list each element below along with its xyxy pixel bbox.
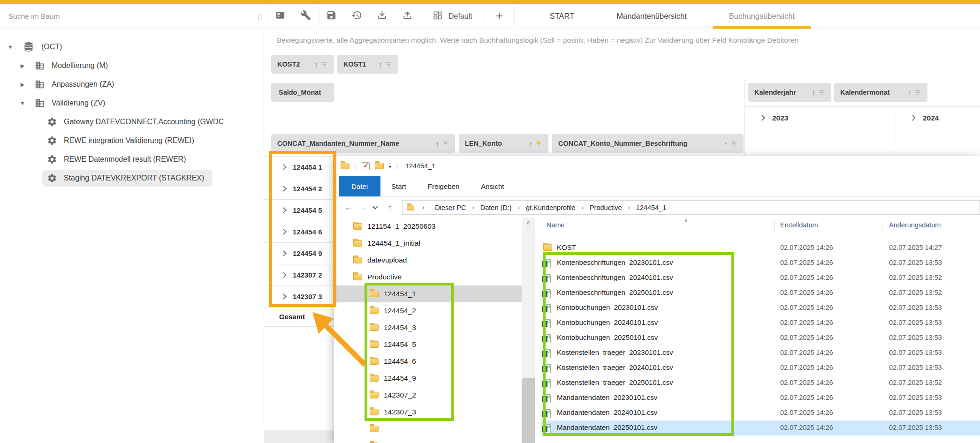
folder-tree-item[interactable]: 124454_1_initial [334,235,522,252]
filter-icon[interactable] [730,141,737,147]
recent-locations-chevron-icon[interactable] [372,204,378,209]
tree-item[interactable]: Staging DATEVKREXPORT (STAGKREX) [0,169,264,188]
breadcrumb-item[interactable]: Daten (D:) › [478,204,523,211]
breadcrumb-item[interactable]: 124454_1 › [633,204,669,211]
breadcrumb-item[interactable]: Dieser PC › [432,204,477,211]
pivot-field-chip[interactable]: KOST2 ↑ [271,55,334,74]
expand-chevron-icon[interactable] [759,115,765,121]
column-header-created[interactable]: Erstelldatum [780,221,818,229]
folder-tree-item[interactable]: 142307_3 [334,404,522,420]
upload-button[interactable] [395,4,420,29]
history-button[interactable] [344,4,369,29]
file-row[interactable]: Mandantendaten_20240101.csv 02.07.2025 1… [541,405,980,420]
reading-pane-button[interactable] [267,4,293,29]
expand-chevron-icon[interactable] [281,164,287,170]
tree-item[interactable]: Validierung (ZV) [0,94,264,113]
file-row[interactable]: Kostenstellen_traeger_20250101.csv 02.07… [541,375,980,390]
tree-item[interactable]: Anpassungen (ZA) [0,75,264,94]
year-column-cell[interactable]: 2023 [744,107,895,145]
expand-chevron-icon[interactable] [281,207,287,213]
filter-icon[interactable] [818,90,825,96]
folder-tree-item[interactable] [334,420,522,437]
breadcrumb-item[interactable]: gt.Kundenprofile › [523,204,587,211]
view-tab[interactable]: Mandantenübersicht [595,4,708,29]
folder-tree-item[interactable]: datevupload [334,252,522,269]
tree-item[interactable]: Gateway DATEVCONNECT.Accounting (GWDC [0,113,264,131]
view-tab[interactable]: Buchungsübersicht [708,4,816,29]
sort-ascending-icon[interactable]: ↑ [724,140,728,148]
tree-item[interactable]: (OCT) [0,38,264,56]
pivot-field-chip[interactable]: Kalendermonat ↑ [834,83,927,102]
settings-wrench-button[interactable] [293,4,318,29]
view-tab[interactable]: START [529,4,596,29]
sort-ascending-icon[interactable]: ↑ [812,89,816,97]
filter-icon[interactable] [914,90,921,96]
search-input[interactable] [8,12,253,21]
caret-icon[interactable] [7,44,14,50]
file-row[interactable]: Kontobuchungen_20250101.csv 02.07.2025 1… [541,330,980,345]
forward-arrow-icon[interactable]: → [356,203,371,213]
filter-icon[interactable] [321,61,328,68]
folder-tree-item[interactable]: 124454_9 [334,370,522,387]
file-row[interactable]: Mandantendaten_20230101.csv 02.07.2025 1… [541,390,980,405]
up-arrow-icon[interactable]: ↑ [383,203,397,213]
folder-tree-item[interactable]: Productive [334,269,522,285]
scrollbar-thumb[interactable] [522,378,535,443]
file-row[interactable]: Mandantendaten_20250101.csv 02.07.2025 1… [541,420,980,435]
file-row[interactable]: Kontobuchungen_20240101.csv 02.07.2025 1… [541,315,980,330]
expand-chevron-icon[interactable] [281,250,287,256]
layout-selector[interactable]: Default [420,4,485,29]
expand-chevron-icon[interactable] [910,115,916,121]
tree-item[interactable]: REWE integration Validierung (REWEI) [0,131,264,150]
folder-tree-item[interactable]: 142307_2 [334,387,522,404]
ribbon-tab[interactable]: Start [380,176,417,196]
sort-ascending-icon[interactable]: ↑ [529,140,533,148]
folder-tree-item[interactable]: M [334,437,522,443]
quick-access-dropdown-icon[interactable]: ▾ [389,164,391,169]
breadcrumb-item[interactable]: Productive › [587,204,633,211]
caret-icon[interactable] [19,82,26,88]
filter-icon[interactable] [535,141,542,147]
file-row[interactable]: Kostenstellen_traeger_20230101.csv 02.07… [541,345,980,360]
column-header-name[interactable]: Name [547,221,565,229]
ribbon-tab[interactable]: Ansicht [470,176,515,196]
tree-scrollbar[interactable]: ∧ [522,218,535,443]
folder-tree-item[interactable]: 124454_5 [334,336,522,353]
pivot-field-chip[interactable]: CONCAT_Konto_Nummer_Beschriftung ↑ [552,134,744,153]
file-row[interactable]: KOST 02.07.2025 14:26 02.07.2025 14:27 [541,240,980,255]
save-button[interactable] [319,4,344,29]
filter-icon[interactable] [385,61,392,68]
sort-ascending-icon[interactable]: ↑ [908,89,912,97]
folder-tree-item[interactable]: 124454_3 [334,319,522,336]
file-row[interactable]: Kontenbeschriftungen_20230101.csv 02.07.… [541,255,980,270]
panel-drag-handle[interactable]: || [253,4,267,29]
ribbon-tab[interactable]: Datei [339,176,380,196]
measure-chip[interactable]: Saldo_Monat [271,83,334,102]
file-row[interactable]: Kostenstellen_traeger_20240101.csv 02.07… [541,360,980,375]
pivot-field-chip[interactable]: KOST1 ↑ [337,55,398,74]
scroll-up-icon[interactable]: ∧ [522,220,535,225]
file-row[interactable]: Kontobuchungen_20230101.csv 02.07.2025 1… [541,300,980,315]
file-row[interactable]: Kontenbeschriftungen_20240101.csv 02.07.… [541,270,980,285]
caret-icon[interactable] [19,63,26,69]
column-header-modified[interactable]: Änderungsdatum [889,221,941,229]
pivot-field-chip[interactable]: Kalenderjahr ↑ [748,83,831,102]
checkmark-icon[interactable] [362,162,370,170]
ribbon-tab[interactable]: Freigeben [417,176,471,196]
download-button[interactable] [369,4,395,29]
filter-icon[interactable] [442,141,449,147]
expand-chevron-icon[interactable] [281,186,287,192]
folder-tree-item[interactable]: 124454_1 [334,285,522,302]
year-column-cell[interactable]: 2024 [895,107,980,145]
caret-icon[interactable] [19,100,26,106]
expand-chevron-icon[interactable] [281,272,287,278]
address-bar[interactable]: › Dieser PC › Daten (D:) › [402,200,980,215]
back-arrow-icon[interactable]: ← [342,203,356,213]
expand-chevron-icon[interactable] [281,293,287,300]
folder-tree-item[interactable]: 124454_6 [334,353,522,370]
horizontal-scrollbar[interactable] [264,430,334,443]
folder-tree-item[interactable]: 121154_1_20250603 [334,218,522,235]
sort-ascending-icon[interactable]: ↑ [379,60,383,68]
sort-ascending-icon[interactable]: ↑ [315,60,319,68]
tree-item[interactable]: Modellierung (M) [0,56,264,75]
